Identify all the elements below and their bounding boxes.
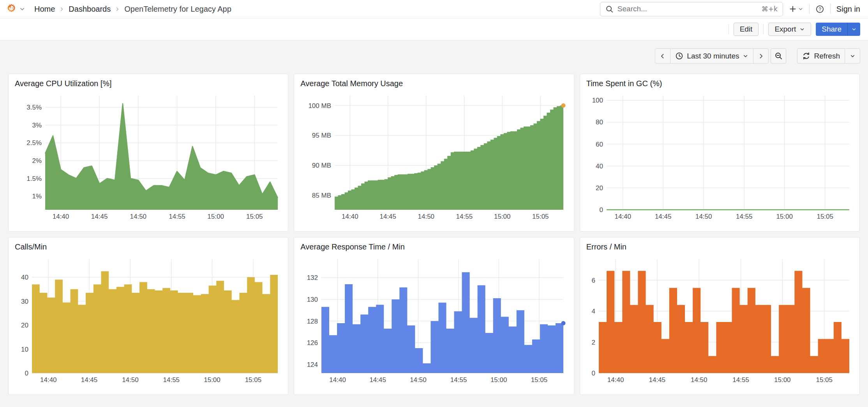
breadcrumb-separator-icon bbox=[115, 7, 120, 12]
chart-canvas[interactable]: 14:4014:4514:5014:5515:0015:051%1.5%2%2.… bbox=[15, 90, 282, 221]
svg-text:124: 124 bbox=[307, 361, 318, 368]
help-button[interactable]: ? bbox=[815, 3, 825, 15]
svg-text:15:00: 15:00 bbox=[490, 376, 507, 384]
edit-button[interactable]: Edit bbox=[734, 23, 759, 36]
search-shortcut: ⌘+k bbox=[762, 5, 778, 13]
svg-text:15:05: 15:05 bbox=[531, 376, 548, 384]
panel-title[interactable]: Average Response Time / Min bbox=[300, 242, 405, 251]
svg-text:2.5%: 2.5% bbox=[26, 139, 42, 147]
panel-title[interactable]: Average CPU Utilization [%] bbox=[15, 79, 112, 88]
svg-text:14:40: 14:40 bbox=[330, 376, 346, 384]
panel-response-time: Average Response Time / Min 14:4014:4514… bbox=[294, 237, 574, 395]
panel-title[interactable]: Calls/Min bbox=[15, 242, 47, 251]
svg-text:15:05: 15:05 bbox=[246, 213, 263, 220]
export-button[interactable]: Export bbox=[768, 23, 811, 36]
svg-text:14:55: 14:55 bbox=[163, 376, 180, 384]
svg-text:14:50: 14:50 bbox=[130, 213, 147, 220]
svg-text:14:55: 14:55 bbox=[456, 213, 473, 220]
panel-grid: Average CPU Utilization [%] 14:4014:4514… bbox=[0, 74, 868, 395]
refresh-label: Refresh bbox=[814, 52, 840, 60]
panel-title[interactable]: Errors / Min bbox=[586, 242, 626, 251]
chart-canvas[interactable]: 14:4014:4514:5014:5515:0015:050204060801… bbox=[586, 90, 853, 221]
add-button[interactable] bbox=[788, 4, 804, 14]
svg-text:132: 132 bbox=[307, 274, 318, 281]
svg-text:30: 30 bbox=[21, 298, 28, 305]
svg-text:14:40: 14:40 bbox=[607, 376, 624, 384]
share-menu-button[interactable] bbox=[847, 23, 860, 36]
svg-text:128: 128 bbox=[307, 318, 318, 325]
svg-text:14:55: 14:55 bbox=[732, 376, 749, 384]
nav-divider bbox=[830, 4, 831, 14]
calls-chart[interactable]: 14:4014:4514:5014:5515:0015:05010203040 bbox=[15, 254, 282, 385]
svg-text:15:00: 15:00 bbox=[207, 213, 224, 220]
time-range-picker[interactable]: Last 30 minutes bbox=[670, 48, 753, 64]
memory-chart[interactable]: 14:4014:4514:5014:5515:0015:0585 MB90 MB… bbox=[300, 90, 567, 221]
clock-icon bbox=[675, 52, 683, 60]
svg-text:15:05: 15:05 bbox=[245, 376, 262, 384]
chevron-left-icon bbox=[660, 53, 666, 59]
svg-text:90 MB: 90 MB bbox=[312, 162, 331, 169]
panel-memory-usage: Average Total Memory Usage 14:4014:4514:… bbox=[294, 74, 574, 232]
panel-calls-per-min: Calls/Min 14:4014:4514:5014:5515:0015:05… bbox=[8, 237, 288, 395]
chevron-down-icon bbox=[798, 6, 803, 12]
nav-left: Home Dashboards OpenTelemetry for Legacy… bbox=[5, 3, 600, 15]
svg-text:20: 20 bbox=[21, 322, 28, 329]
svg-text:40: 40 bbox=[596, 163, 603, 170]
top-navbar: Home Dashboards OpenTelemetry for Legacy… bbox=[0, 0, 868, 18]
chevron-down-icon bbox=[19, 6, 25, 12]
svg-text:0: 0 bbox=[599, 206, 603, 214]
chart-canvas[interactable]: 14:4014:4514:5014:5515:0015:050246 bbox=[586, 254, 853, 385]
chart-canvas[interactable]: 14:4014:4514:5014:5515:0015:05010203040 bbox=[15, 254, 282, 385]
svg-text:15:05: 15:05 bbox=[816, 376, 833, 384]
errors-chart[interactable]: 14:4014:4514:5014:5515:0015:050246 bbox=[586, 254, 853, 385]
svg-text:14:50: 14:50 bbox=[122, 376, 139, 384]
svg-text:126: 126 bbox=[307, 339, 318, 347]
search-icon bbox=[605, 5, 614, 13]
refresh-button[interactable]: Refresh bbox=[797, 48, 845, 64]
svg-text:14:55: 14:55 bbox=[450, 376, 467, 384]
time-back-button[interactable] bbox=[655, 48, 670, 64]
refresh-interval-button[interactable] bbox=[845, 48, 860, 64]
svg-text:80: 80 bbox=[596, 119, 603, 126]
zoom-out-button[interactable] bbox=[771, 48, 786, 64]
svg-text:0: 0 bbox=[591, 370, 595, 377]
time-range-label: Last 30 minutes bbox=[687, 52, 739, 60]
svg-text:95 MB: 95 MB bbox=[312, 132, 331, 139]
svg-text:14:45: 14:45 bbox=[370, 376, 386, 384]
svg-text:15:05: 15:05 bbox=[532, 213, 549, 220]
grafana-menu-toggle[interactable] bbox=[5, 3, 25, 15]
refresh-icon bbox=[802, 52, 810, 60]
share-button[interactable]: Share bbox=[816, 23, 847, 36]
breadcrumb-dashboards[interactable]: Dashboards bbox=[69, 5, 111, 14]
svg-text:3.5%: 3.5% bbox=[26, 104, 42, 111]
cpu-chart[interactable]: 14:4014:4514:5014:5515:0015:051%1.5%2%2.… bbox=[15, 90, 282, 221]
breadcrumb-home[interactable]: Home bbox=[34, 5, 55, 14]
gc-chart[interactable]: 14:4014:4514:5014:5515:0015:050204060801… bbox=[586, 90, 853, 221]
svg-text:?: ? bbox=[819, 6, 821, 12]
toolbar-divider bbox=[729, 24, 729, 34]
svg-text:14:45: 14:45 bbox=[380, 213, 397, 220]
help-icon: ? bbox=[815, 5, 824, 14]
breadcrumb: Home Dashboards OpenTelemetry for Legacy… bbox=[34, 5, 231, 14]
svg-text:15:00: 15:00 bbox=[494, 213, 511, 220]
search-input[interactable]: Search... ⌘+k bbox=[600, 2, 783, 16]
chart-canvas[interactable]: 14:4014:4514:5014:5515:0015:051241261281… bbox=[300, 254, 567, 385]
nav-right: Search... ⌘+k ? Sign in bbox=[600, 2, 861, 16]
svg-text:14:45: 14:45 bbox=[655, 213, 672, 220]
chevron-down-icon bbox=[851, 27, 857, 32]
toolbar-divider bbox=[763, 24, 764, 34]
svg-text:3%: 3% bbox=[32, 122, 42, 129]
panel-title[interactable]: Time Spent in GC (%) bbox=[586, 79, 662, 88]
svg-text:1.5%: 1.5% bbox=[26, 175, 42, 182]
svg-text:4: 4 bbox=[591, 308, 595, 315]
time-forward-button[interactable] bbox=[753, 48, 769, 64]
chart-canvas[interactable]: 14:4014:4514:5014:5515:0015:0585 MB90 MB… bbox=[300, 90, 567, 221]
panel-gc-time: Time Spent in GC (%) 14:4014:4514:5014:5… bbox=[580, 74, 860, 232]
svg-text:1%: 1% bbox=[32, 193, 42, 200]
share-button-group: Share bbox=[816, 23, 860, 36]
svg-text:14:50: 14:50 bbox=[691, 376, 707, 384]
sign-in-button[interactable]: Sign in bbox=[836, 3, 861, 15]
panel-title[interactable]: Average Total Memory Usage bbox=[300, 79, 403, 88]
svg-text:14:40: 14:40 bbox=[40, 376, 57, 384]
response-time-chart[interactable]: 14:4014:4514:5014:5515:0015:051241261281… bbox=[300, 254, 567, 385]
